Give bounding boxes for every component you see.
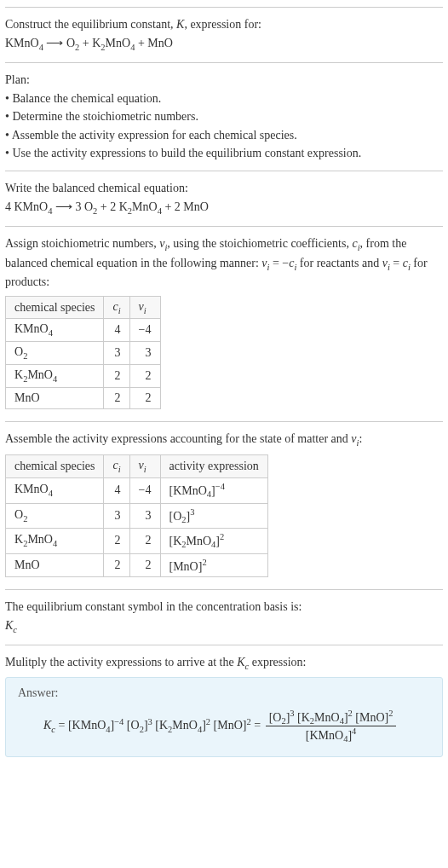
- plan-item-1: • Determine the stoichiometric numbers.: [5, 108, 443, 125]
- ae-a: [K: [169, 535, 182, 547]
- intro-K: K: [176, 18, 184, 31]
- ae-exp: 3: [190, 507, 194, 517]
- cell-species: K2MnO4: [6, 529, 104, 553]
- sp-a: MnO: [14, 558, 40, 571]
- sp-a: O: [14, 345, 23, 358]
- ans-eq: =: [55, 719, 68, 732]
- intro-text-b: , expression for:: [184, 18, 261, 31]
- eq-arrow: ⟶: [43, 37, 66, 49]
- ae-exp: 2: [220, 532, 224, 541]
- mult-text: Mulitply the activity expressions to arr…: [5, 654, 443, 673]
- ans-eq2: =: [251, 719, 264, 732]
- assign-a: Assign stoichiometric numbers,: [5, 237, 159, 250]
- ae-a: [MnO]: [169, 559, 203, 572]
- cell-c: 2: [104, 553, 129, 577]
- th-nu-i: i: [144, 305, 146, 315]
- eq-r-c: MnO: [106, 37, 131, 49]
- table-header-row: chemical species ci νi: [6, 296, 161, 319]
- mult-b: expression:: [249, 656, 306, 668]
- intro-equation: KMnO4 ⟶ O2 + K2MnO4 + MnO: [5, 35, 443, 54]
- cell-ae: [KMnO4]−4: [160, 478, 267, 503]
- plan-item-2: • Assemble the activity expression for e…: [5, 127, 443, 144]
- sp-sub: 2: [23, 514, 27, 524]
- th-nu: νi: [129, 296, 160, 319]
- table-row: K2MnO4 2 2 [K2MnO4]2: [6, 529, 268, 553]
- th-c-i: i: [118, 305, 121, 315]
- ans-t4a: [MnO]: [210, 719, 246, 732]
- ae-exp: −4: [215, 482, 225, 491]
- plan-item-0: • Balance the chemical equation.: [5, 90, 443, 107]
- balanced-header: Write the balanced chemical equation:: [5, 180, 443, 197]
- cell-ae: [K2MnO4]2: [160, 529, 267, 553]
- kc-c: c: [13, 625, 17, 634]
- cell-nu: 3: [129, 503, 160, 528]
- ans-t2a: [O: [123, 719, 139, 732]
- eq-r-d: + MnO: [135, 37, 172, 49]
- assign-text: Assign stoichiometric numbers, νi, using…: [5, 235, 443, 291]
- asm-a: Assemble the activity expressions accoun…: [5, 432, 351, 445]
- cell-nu: 2: [129, 387, 160, 408]
- plan-header: Plan:: [5, 72, 443, 89]
- plan-item-3: • Use the activity expressions to build …: [5, 145, 443, 162]
- assign-rel-b: =: [390, 257, 403, 269]
- cell-nu: 2: [129, 365, 160, 388]
- cell-species: K2MnO4: [6, 365, 104, 388]
- den-a: [KMnO: [306, 729, 343, 742]
- assign-rel-a: = −: [269, 257, 289, 269]
- table-row: O2 3 3: [6, 342, 161, 365]
- balanced-section: Write the balanced chemical equation: 4 …: [5, 171, 443, 226]
- answer-box: Answer: Kc = [KMnO4]−4 [O2]3 [K2MnO4]2 […: [5, 677, 443, 757]
- eq-left: KMnO: [5, 37, 39, 49]
- cell-species: O2: [6, 503, 104, 528]
- cell-ae: [O2]3: [160, 503, 267, 528]
- ans-K: K: [43, 719, 51, 732]
- cell-c: 4: [104, 319, 129, 342]
- sp-a: K: [14, 533, 23, 546]
- assign-section: Assign stoichiometric numbers, νi, using…: [5, 226, 443, 421]
- num-d: MnO: [314, 710, 340, 723]
- answer-fraction: [O2]3 [K2MnO4]2 [MnO]2 [KMnO4]4: [266, 709, 397, 744]
- mult-a: Mulitply the activity expressions to arr…: [5, 656, 237, 668]
- num-a: [O: [269, 710, 282, 723]
- bal-c2: ⟶ 3 O: [52, 200, 93, 213]
- num-f: [MnO]: [353, 710, 388, 723]
- bal-c3: + 2 K: [97, 200, 128, 213]
- cell-c: 3: [104, 503, 129, 528]
- asm-b: :: [359, 432, 362, 445]
- intro-text-a: Construct the equilibrium constant,: [5, 18, 176, 31]
- ae-b: MnO: [187, 535, 212, 547]
- plan-section: Plan: • Balance the chemical equation. •…: [5, 62, 443, 171]
- th-nu: νi: [129, 455, 160, 478]
- ae-a: [O: [169, 509, 182, 522]
- th-c: ci: [104, 455, 129, 478]
- intro-section: Construct the equilibrium constant, K, e…: [5, 7, 443, 62]
- cell-c: 2: [104, 387, 129, 408]
- assign-b: , using the stoichiometric coefficients,: [167, 237, 352, 250]
- kc-K: K: [5, 619, 13, 632]
- stoich-table: chemical species ci νi KMnO4 4 −4 O2 3 3…: [5, 296, 161, 409]
- intro-title: Construct the equilibrium constant, K, e…: [5, 16, 443, 33]
- bal-c1: 4 KMnO: [5, 200, 48, 213]
- symbol-text: The equilibrium constant symbol in the c…: [5, 599, 443, 616]
- activity-table: chemical species ci νi activity expressi…: [5, 454, 268, 577]
- cell-nu: 2: [129, 529, 160, 553]
- table-row: KMnO4 4 −4: [6, 319, 161, 342]
- cell-nu: 3: [129, 342, 160, 365]
- num-e3: 2: [388, 709, 393, 718]
- table-row: KMnO4 4 −4 [KMnO4]−4: [6, 478, 268, 503]
- cell-nu: −4: [129, 319, 160, 342]
- cell-nu: 2: [129, 553, 160, 577]
- ans-t3a: [K: [152, 719, 168, 732]
- symbol-section: The equilibrium constant symbol in the c…: [5, 589, 443, 645]
- sp-sub2: 4: [53, 539, 57, 548]
- th-c: ci: [104, 296, 129, 319]
- answer-label: Answer:: [18, 686, 430, 700]
- cell-c: 2: [104, 529, 129, 553]
- symbol-kc: Kc: [5, 617, 443, 636]
- balanced-equation: 4 KMnO4 ⟶ 3 O2 + 2 K2MnO4 + 2 MnO: [5, 199, 443, 217]
- sp-a: O: [14, 508, 23, 521]
- th-species: chemical species: [6, 455, 104, 478]
- cell-species: KMnO4: [6, 319, 104, 342]
- sp-sub: 4: [49, 328, 53, 338]
- sp-a: MnO: [14, 391, 40, 404]
